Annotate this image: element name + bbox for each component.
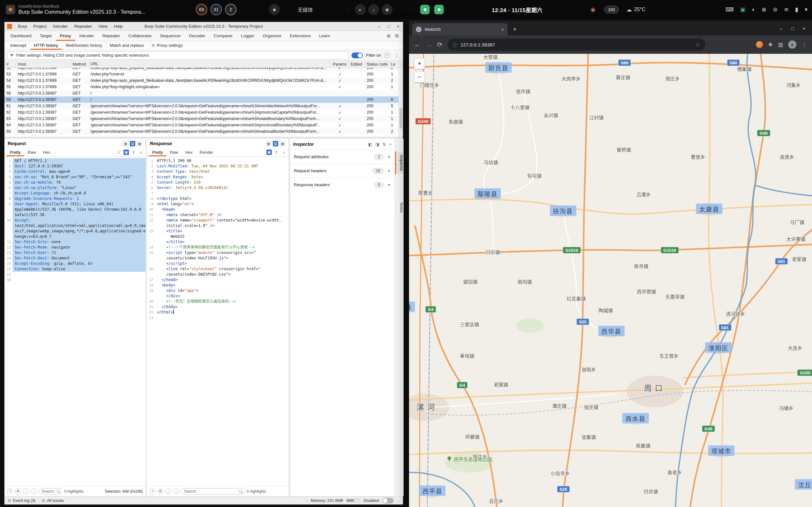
request-editor[interactable]: 1GET / HTTP/1.12Host: 127.0.0.1:393873Ca… <box>4 157 146 486</box>
layout-columns-icon[interactable]: ▥ <box>266 141 271 147</box>
monitor-badge[interactable]: 2 <box>225 4 236 15</box>
column-header-status-code[interactable]: Status code <box>365 61 390 67</box>
weather-indicator[interactable]: ☁ 25°C <box>626 0 645 19</box>
layout-columns-icon[interactable]: ▥ <box>123 141 128 147</box>
prev-match-icon[interactable]: ‹ <box>165 488 171 494</box>
column-header-params[interactable]: Params <box>331 61 349 67</box>
menu-view[interactable]: View <box>95 24 111 29</box>
tab-logger[interactable]: Logger <box>237 31 258 41</box>
hide-icon[interactable]: ∅ <box>116 150 122 155</box>
line-break-icon[interactable]: ¶ <box>131 150 136 155</box>
table-row[interactable]: 62http://127.0.0.1:39387GET/geoserver/ch… <box>4 109 399 116</box>
minimize-icon[interactable]: – <box>776 23 786 33</box>
table-row[interactable]: 53http://127.0.0.1:37899GET/index.php?cm… <box>4 71 399 77</box>
column-header-url[interactable]: URL <box>89 61 331 67</box>
wecom-icon[interactable] <box>434 5 444 14</box>
tab-decoder[interactable]: Decoder <box>185 31 210 41</box>
close-icon[interactable]: × <box>799 23 809 33</box>
table-row[interactable]: 54http://127.0.0.1:37899GET/index.php?ke… <box>4 77 399 84</box>
tab-sequencer[interactable]: Sequencer <box>156 31 185 41</box>
media-player-icon[interactable]: ▸ <box>355 4 366 15</box>
tab-learn[interactable]: Learn <box>315 31 334 41</box>
chevron-down-icon[interactable]: ▾ <box>805 6 808 13</box>
view-tab-hex[interactable]: Hex <box>40 148 54 156</box>
editor-menu-icon[interactable]: ≡ <box>281 150 286 155</box>
new-tab-button[interactable]: + <box>510 24 520 35</box>
browser-tab-webgis[interactable]: WebGIS × <box>412 23 508 35</box>
dock-left-icon[interactable]: ◧ <box>368 142 372 147</box>
keyboard-icon[interactable]: ⌨ <box>726 6 734 13</box>
minimize-icon[interactable]: – <box>374 22 384 31</box>
maximize-icon[interactable]: □ <box>788 23 797 33</box>
maximize-icon[interactable]: □ <box>384 22 393 31</box>
view-tab-pretty[interactable]: Pretty <box>6 148 24 156</box>
event-log-button[interactable]: ▤ Event log (3) <box>8 498 35 503</box>
intercept-toggle[interactable] <box>382 498 394 504</box>
side-tab-inspector[interactable]: Inspector <box>395 152 404 174</box>
layout-rows-icon[interactable]: ▤ <box>280 141 285 147</box>
view-tab-raw[interactable]: Raw <box>24 148 40 156</box>
table-row[interactable]: 52http://127.0.0.1:37899GET/index.php?ke… <box>4 68 399 71</box>
pretty-print-icon[interactable]: ▣ <box>267 150 272 155</box>
bookmark-star-icon[interactable]: ☆ <box>696 41 700 48</box>
gear-icon[interactable]: ⚙ <box>157 488 163 494</box>
tab-close-icon[interactable]: × <box>501 27 504 32</box>
omnibox[interactable]: ⓘ 127.0.0.1:39387 ☆ <box>448 39 705 51</box>
tab-organizer[interactable]: Organizer <box>258 31 286 41</box>
burp-titlebar[interactable]: BurpProjectIntruderRepeaterViewHelp Burp… <box>4 22 403 31</box>
filter-settings-box[interactable]: Filter settings: Hiding CSS and image co… <box>7 51 348 59</box>
collapse-chevron-icon[interactable]: ⌄ <box>397 498 400 503</box>
table-row[interactable]: 56http://127.0.0.1:39387GET/ <box>4 90 399 97</box>
clock[interactable]: 12:24 · 11/15星期六 <box>492 0 542 19</box>
network-icon[interactable]: ≋ <box>784 6 789 13</box>
table-row[interactable]: 63http://127.0.0.1:39387GET/geoserver/ch… <box>4 116 399 122</box>
layout-split-icon[interactable]: ◫ <box>273 141 278 147</box>
prev-match-icon[interactable]: ‹ <box>23 488 29 494</box>
help-icon[interactable]: ? <box>7 488 13 494</box>
layout-split-icon[interactable]: ◫ <box>130 141 135 147</box>
request-search[interactable] <box>39 488 62 495</box>
dock-right-icon[interactable]: ◨ <box>375 142 379 147</box>
column-header-edited[interactable]: Edited <box>349 61 365 67</box>
menu-intruder[interactable]: Intruder <box>50 24 71 29</box>
reload-icon[interactable]: ⟳ <box>437 41 443 48</box>
mic-off-icon[interactable]: ⊗ <box>762 6 766 13</box>
battery-vertical-icon[interactable]: ▮ <box>795 6 798 13</box>
site-info-icon[interactable]: ⓘ <box>453 41 457 48</box>
next-match-icon[interactable]: › <box>31 488 37 494</box>
close-icon[interactable]: × <box>389 142 392 147</box>
screen-record-icon[interactable]: ◉ <box>590 0 595 19</box>
response-search-input[interactable] <box>184 489 237 494</box>
monitor-badge[interactable]: 31 <box>211 4 222 15</box>
help-icon[interactable]: ? <box>149 488 155 494</box>
monitor-badge[interactable]: 69 <box>196 4 207 15</box>
view-tab-render[interactable]: Render <box>196 148 217 156</box>
settings-gear-icon[interactable]: ⚙ <box>395 33 399 39</box>
gear-icon[interactable]: ⚙ <box>15 488 21 494</box>
editor-menu-icon[interactable]: ≡ <box>138 150 143 155</box>
view-tab-hex[interactable]: Hex <box>182 148 196 156</box>
display-icon[interactable]: ◐ <box>752 6 755 13</box>
table-row[interactable]: 61http://127.0.0.1:39387GET/geoserver/ch… <box>4 103 399 109</box>
help-icon[interactable]: ? <box>384 53 390 58</box>
table-scrollbar[interactable] <box>399 68 403 137</box>
close-icon[interactable]: × <box>393 22 403 31</box>
battery-indicator[interactable]: 100 <box>604 0 619 19</box>
table-row[interactable]: 55http://127.0.0.1:37899GET/index.php?ke… <box>4 84 399 90</box>
column-header-host[interactable]: Host <box>16 61 71 67</box>
tab-proxy[interactable]: Proxy <box>56 31 75 41</box>
zoom-out-button[interactable]: − <box>414 72 425 82</box>
column-header-item[interactable]: # <box>4 61 16 67</box>
tab-collaborator[interactable]: Collaborator <box>124 31 156 41</box>
table-row[interactable]: 65http://127.0.0.1:39387GET/geoserver/ch… <box>4 128 399 134</box>
next-match-icon[interactable]: › <box>173 488 179 494</box>
table-row[interactable]: 64http://127.0.0.1:39387GET/geoserver/ch… <box>4 122 399 128</box>
forward-icon[interactable]: → <box>425 41 432 48</box>
menu-project[interactable]: Project <box>30 24 50 29</box>
request-search-input[interactable] <box>42 489 55 494</box>
expand-icon[interactable]: ⇅ <box>383 142 386 147</box>
tab-repeater[interactable]: Repeater <box>98 31 124 41</box>
no-sign-icon[interactable]: ⊘ <box>773 6 777 13</box>
pretty-print-icon[interactable]: ▣ <box>123 150 129 155</box>
response-search[interactable] <box>181 488 245 495</box>
